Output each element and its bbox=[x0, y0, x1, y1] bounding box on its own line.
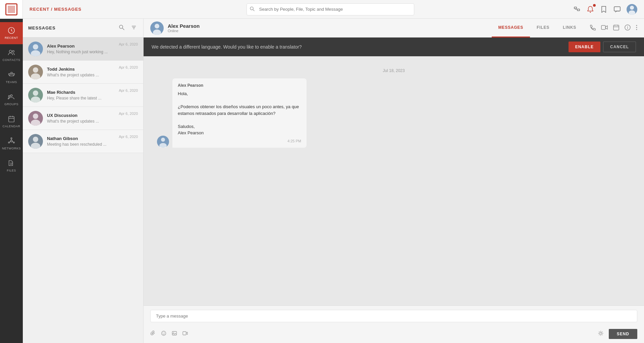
svg-point-41 bbox=[33, 137, 38, 142]
message-item[interactable]: Todd Jenkins What's the project updates … bbox=[23, 61, 143, 84]
svg-point-8 bbox=[9, 50, 12, 53]
messages-search-icon[interactable] bbox=[118, 23, 126, 33]
attach-icon[interactable] bbox=[150, 331, 156, 337]
sidebar-label-networks: NETWORKS bbox=[2, 147, 21, 150]
message-preview: Meeting has been rescheduled ... bbox=[47, 142, 116, 147]
svg-point-4 bbox=[590, 12, 591, 13]
message-preview: What's the project updates ... bbox=[47, 119, 116, 124]
sidebar-item-files[interactable]: FILES bbox=[0, 155, 23, 177]
bookmark-icon[interactable] bbox=[600, 5, 608, 13]
send-button[interactable]: SEND bbox=[609, 329, 637, 339]
message-item[interactable]: Nathan Gibson Meeting has been reschedul… bbox=[23, 130, 143, 153]
emoji-icon[interactable] bbox=[161, 331, 166, 337]
sidebar-label-teams: TEAMS bbox=[6, 80, 17, 84]
sidebar-label-recent: RECENT bbox=[5, 36, 18, 40]
svg-point-33 bbox=[33, 44, 38, 50]
settings-icon[interactable] bbox=[598, 331, 603, 337]
search-input[interactable] bbox=[247, 3, 414, 15]
message-toolbar: SEND bbox=[144, 326, 644, 343]
chat-bubble: Alex Pearson Hola, ¿Podemos obtener los … bbox=[172, 78, 307, 148]
svg-point-62 bbox=[173, 332, 174, 333]
message-item[interactable]: Mae Richards Hey, Please share the lates… bbox=[23, 84, 143, 107]
svg-rect-3 bbox=[577, 9, 580, 11]
sender-name: Mae Richards bbox=[47, 90, 116, 95]
svg-rect-15 bbox=[9, 117, 14, 122]
sidebar-item-contacts[interactable]: CONTACTS bbox=[0, 44, 23, 66]
svg-line-1 bbox=[253, 9, 254, 11]
svg-rect-46 bbox=[613, 25, 619, 30]
info-icon[interactable] bbox=[625, 24, 631, 32]
message-item[interactable]: Alex Pearson Hey, Nothing much just work… bbox=[23, 38, 143, 61]
svg-point-19 bbox=[10, 140, 12, 142]
sidebar-nav: RECENT CONTACTS TEAMS GROUPS CALENDAR NE… bbox=[0, 19, 23, 343]
avatar bbox=[28, 65, 43, 79]
svg-point-56 bbox=[161, 138, 165, 142]
tab-messages[interactable]: MESSAGES bbox=[492, 19, 530, 38]
message-preview: What's the project updates ... bbox=[47, 73, 116, 77]
svg-point-43 bbox=[155, 24, 159, 28]
svg-point-34 bbox=[31, 50, 40, 56]
svg-point-7 bbox=[629, 10, 635, 15]
chat-user-status: Online bbox=[168, 29, 492, 33]
message-preview: Hey, Nothing much just working ... bbox=[47, 50, 116, 54]
message-item[interactable]: UX Discussion What's the project updates… bbox=[23, 107, 143, 130]
svg-point-53 bbox=[636, 25, 637, 26]
sidebar-item-recent[interactable]: RECENT bbox=[0, 22, 23, 44]
breadcrumb-separator: / bbox=[49, 7, 54, 12]
sidebar-item-calendar[interactable]: CALENDAR bbox=[0, 111, 23, 133]
chat-user-name: Alex Pearson bbox=[168, 23, 492, 29]
svg-point-57 bbox=[159, 143, 167, 148]
message-date: Apr 6, 2020 bbox=[119, 135, 138, 139]
user-avatar[interactable] bbox=[627, 4, 637, 15]
toolbar-icons bbox=[150, 331, 188, 337]
svg-point-55 bbox=[636, 29, 637, 30]
svg-rect-5 bbox=[614, 7, 620, 11]
message-content: Mae Richards Hey, Please share the lates… bbox=[47, 90, 116, 100]
message-input[interactable] bbox=[150, 310, 637, 322]
message-input-area: SEND bbox=[144, 305, 644, 343]
more-options-icon[interactable] bbox=[636, 25, 637, 31]
sidebar-item-groups[interactable]: GROUPS bbox=[0, 88, 23, 111]
sidebar-item-teams[interactable]: TEAMS bbox=[0, 66, 23, 88]
svg-rect-63 bbox=[183, 332, 186, 335]
sidebar-item-networks[interactable]: NETWORKS bbox=[0, 133, 23, 155]
bell-icon[interactable] bbox=[586, 5, 594, 13]
messages-filter-icon[interactable] bbox=[130, 23, 138, 33]
header-actions bbox=[573, 4, 644, 15]
tab-links[interactable]: LINKS bbox=[556, 19, 583, 38]
svg-point-35 bbox=[33, 67, 38, 73]
avatar bbox=[28, 134, 43, 149]
svg-point-38 bbox=[31, 96, 40, 102]
video-attach-icon[interactable] bbox=[182, 331, 188, 337]
search-icon bbox=[250, 6, 255, 12]
video-icon[interactable] bbox=[601, 25, 608, 31]
message-avatar bbox=[157, 136, 169, 148]
image-icon[interactable] bbox=[172, 331, 177, 337]
enable-translator-button[interactable]: ENABLE bbox=[569, 42, 600, 52]
app-logo bbox=[0, 0, 23, 19]
chat-user-avatar bbox=[150, 21, 164, 35]
message-content: Alex Pearson Hey, Nothing much just work… bbox=[47, 44, 116, 54]
svg-point-9 bbox=[12, 51, 14, 53]
chat-bubble-icon[interactable] bbox=[613, 5, 621, 13]
sidebar-label-contacts: CONTACTS bbox=[3, 58, 20, 62]
translate-icon[interactable] bbox=[573, 5, 581, 13]
chat-area: Alex Pearson Online MESSAGES FILES LINKS bbox=[144, 19, 644, 343]
cancel-translator-button[interactable]: CANCEL bbox=[603, 42, 636, 52]
svg-point-52 bbox=[627, 26, 628, 26]
search-bar bbox=[247, 3, 414, 15]
svg-rect-12 bbox=[13, 73, 15, 75]
svg-point-60 bbox=[164, 333, 165, 333]
svg-point-13 bbox=[10, 95, 12, 97]
svg-point-6 bbox=[630, 6, 634, 10]
message-preview: Hey, Please share the latest ... bbox=[47, 96, 116, 100]
bubble-time: 4:25 PM bbox=[178, 139, 301, 143]
breadcrumb-current: MESSAGES bbox=[54, 7, 82, 12]
chat-tabs: MESSAGES FILES LINKS bbox=[492, 19, 583, 38]
message-list: Alex Pearson Hey, Nothing much just work… bbox=[23, 38, 143, 343]
app-logo-icon bbox=[5, 3, 17, 15]
tab-files[interactable]: FILES bbox=[530, 19, 556, 38]
message-input-row bbox=[144, 306, 644, 326]
calendar-icon[interactable] bbox=[613, 24, 619, 32]
phone-icon[interactable] bbox=[590, 24, 596, 32]
